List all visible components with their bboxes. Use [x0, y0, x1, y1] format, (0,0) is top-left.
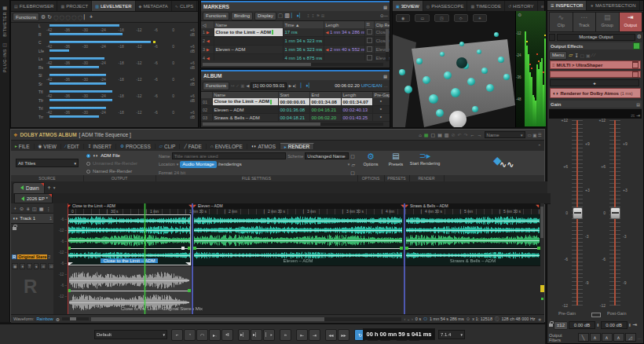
montage-group-tab[interactable]: 2026 EP *: [14, 193, 53, 203]
ribbon-tab-view[interactable]: ◉VIEW: [35, 144, 61, 149]
status-channels[interactable]: 128 ch 48 000 Hz: [501, 317, 535, 321]
col-pre-gap[interactable]: Pre-Gap: [372, 92, 390, 98]
tab-mastersection[interactable]: ★MASTERSECTION: [587, 1, 639, 10]
window-icons[interactable]: ▭ ▣ ☰: [528, 133, 542, 137]
clip-tag[interactable]: Eleven – ADM: [198, 203, 223, 209]
effects-toolbar-icon[interactable]: ▣: [586, 53, 591, 58]
scope-button-group[interactable]: ▤Group: [596, 13, 620, 31]
album-row[interactable]: 02Eleven – ADM00:01:36.0800:04:16.2100:0…: [201, 106, 390, 114]
spinner-icon[interactable]: ⬍: [596, 323, 600, 328]
col-lock[interactable]: ⚿: [364, 21, 374, 28]
effects-toolbar-icon[interactable]: ▢: [580, 53, 584, 58]
add-tab-button[interactable]: ＋: [46, 184, 52, 192]
col-speaker[interactable]: ◁: [201, 21, 214, 28]
forward-button[interactable]: ▸▸: [338, 329, 349, 341]
view-option-button[interactable]: ▭: [415, 14, 430, 22]
range-button[interactable]: ±12: [554, 321, 568, 330]
markers-functions-button[interactable]: Functions: [203, 12, 229, 20]
timecode-display[interactable]: 00 h 00 mn 59 s 041 ms: [363, 328, 435, 340]
track1-header[interactable]: ◖◗ Track 1 1: [11, 214, 53, 224]
favorite-star-icon[interactable]: ★: [538, 317, 542, 322]
pre-gain-value[interactable]: 0.00 dB: [569, 321, 595, 329]
view-option-button[interactable]: ◇: [454, 14, 468, 22]
scope-button-track[interactable]: ⋯Track: [573, 13, 597, 31]
clip-label[interactable]: Straws & Bells – ADM: [405, 258, 540, 263]
format-value[interactable]: 24 bit: [174, 170, 185, 175]
scope-button-output[interactable]: ⇥Output: [620, 13, 643, 31]
montage-output-dropdown[interactable]: Montage Output: [557, 34, 635, 41]
tab-inspector[interactable]: ☰INSPECTOR: [547, 1, 587, 10]
col-time[interactable]: Time ▲: [283, 21, 324, 28]
tab-metadata[interactable]: ◆METADATA: [136, 1, 172, 11]
undo-icon[interactable]: ↶: [458, 132, 462, 137]
playhead[interactable]: [145, 203, 145, 314]
red-start-line[interactable]: [68, 203, 68, 314]
clip-marker-line[interactable]: [404, 203, 405, 314]
grid-icon[interactable]: ▦: [424, 132, 429, 137]
tab-spectrometer[interactable]: ▲SPECTROMETER: [197, 1, 198, 11]
output-filter-button[interactable]: ∧: [613, 333, 624, 342]
name-search-box[interactable]: Name▾: [485, 131, 525, 138]
meter-preset-icons[interactable]: ◯ ◯ ◯ ◯ ◯: [53, 15, 82, 20]
tab-levelmeter[interactable]: ▥LEVELMETER: [92, 1, 135, 11]
gear-icon[interactable]: ⚙: [56, 317, 60, 322]
transport-preset-dropdown[interactable]: Default▾: [94, 330, 167, 339]
view3d-scene[interactable]: ◉▭◳◇✳: [393, 11, 515, 127]
col-end[interactable]: End: [309, 92, 341, 98]
col-length[interactable]: Length: [324, 21, 364, 28]
search-icon[interactable]: ⊙—: [380, 13, 388, 18]
tab-timecode[interactable]: ▦TIMECODE: [467, 1, 504, 11]
gear-icon[interactable]: ⚙: [41, 14, 46, 20]
cursor-edge-button[interactable]: ⎸▸: [263, 329, 275, 341]
more-icon[interactable]: …: [638, 335, 642, 340]
save-icon[interactable]: ▥: [445, 132, 449, 137]
rewind-button[interactable]: ◂◂: [325, 329, 337, 341]
markers-hscrollbar[interactable]: [203, 63, 383, 66]
post-gain-fader[interactable]: [610, 207, 620, 219]
chevron-down-icon[interactable]: ▾: [348, 162, 350, 167]
track2-option-icon[interactable]: ◂: [34, 263, 39, 269]
auto-select-icon[interactable]: ⎸▸⎸: [301, 82, 314, 89]
output-option-1[interactable]: ◖◗ADM File: [86, 152, 154, 159]
radio-icon[interactable]: [86, 154, 90, 158]
output-select-button[interactable]: [549, 34, 555, 41]
album-row[interactable]: 01Close to the Limit – ADM00:00:00.0100:…: [201, 98, 390, 106]
nav-forward-icon[interactable]: →: [478, 133, 482, 137]
ribbon-tab-file[interactable]: ▸FILE: [11, 144, 35, 149]
clip-marker-line[interactable]: [192, 203, 193, 314]
mixer-icon[interactable]: ⧺: [26, 206, 30, 211]
output-filter-button[interactable]: ╲: [578, 333, 589, 342]
marker-row[interactable]: 4 ◀4 mn 16 s 875 msEleven – ADM: [201, 54, 390, 61]
zoom-icon[interactable]: ⊙: [20, 206, 24, 211]
nav-back-icon[interactable]: ←: [470, 133, 475, 137]
gain-menu-icon[interactable]: ▤: [636, 102, 640, 107]
play-from-marker-icon[interactable]: ▸⎸: [293, 83, 299, 89]
renderer-slot[interactable]: ◖◗ Renderer for Dolby Atmos (1 ms): [550, 88, 641, 98]
tab-filebrowser[interactable]: ▤FILEBROWSER: [11, 1, 57, 11]
montage-doc-tab[interactable]: Dawn: [13, 182, 45, 193]
waveform-canvas[interactable]: [68, 214, 540, 314]
tab-clips[interactable]: ∿CLIPS: [172, 1, 198, 11]
speed-button[interactable]: »: [280, 329, 291, 341]
name-input[interactable]: Title names are used: [172, 152, 286, 159]
view-option-button[interactable]: ◳: [434, 14, 449, 22]
col-ref[interactable]: Clip Reference: [374, 21, 390, 28]
channel-config-dropdown[interactable]: 7.1.4▾: [438, 330, 465, 339]
ribbon-tab-clip[interactable]: ▱CLIP: [156, 144, 181, 149]
scheme-dropdown[interactable]: Unchanged Name: [305, 152, 349, 159]
view-option-button[interactable]: ✳: [473, 14, 487, 22]
upc-ean-link[interactable]: UPC/EAN: [361, 83, 382, 88]
track2-header[interactable]: R Original Stereo .. 2: [11, 252, 53, 262]
spinner-icon[interactable]: ⬍: [628, 323, 632, 328]
output-filter-button[interactable]: ∧: [590, 333, 601, 342]
play-anchor-button[interactable]: ▸˒: [209, 329, 221, 341]
ribbon-tab-edit[interactable]: ∕EDIT: [61, 144, 84, 149]
output-filter-button[interactable]: ∧: [602, 333, 613, 342]
trash-icon[interactable]: [632, 71, 639, 78]
menu-dots-icon[interactable]: ⋮: [46, 206, 50, 211]
radio-icon[interactable]: [86, 162, 90, 166]
edit-indicator-button[interactable]: [540, 285, 544, 292]
add-track-icon[interactable]: ＋: [13, 205, 17, 212]
presets-button[interactable]: ▤ Presets: [384, 151, 408, 175]
nav-prev-icon[interactable]: ◀: [247, 83, 250, 88]
